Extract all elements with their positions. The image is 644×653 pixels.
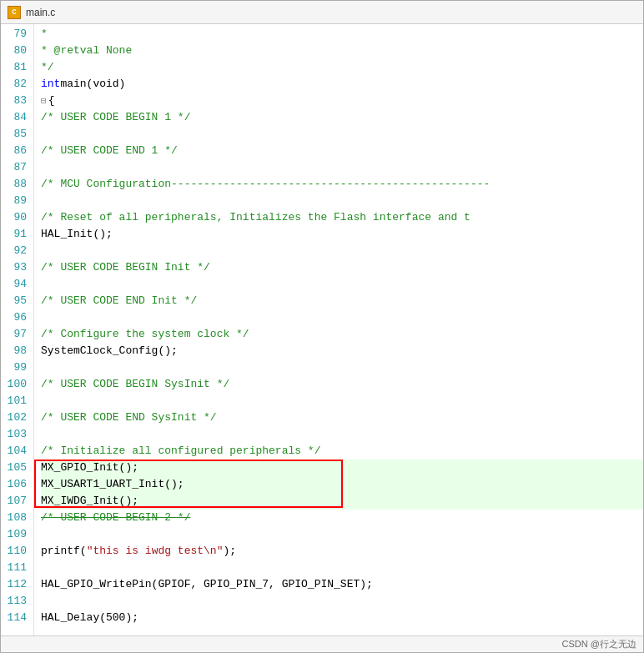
code-line — [41, 359, 643, 376]
code-line: /* USER CODE BEGIN 2 */ — [41, 510, 643, 526]
line-number: 110 — [4, 543, 27, 560]
line-number: 91 — [4, 226, 27, 243]
line-number: 85 — [4, 126, 27, 143]
code-line: ⊟{ — [41, 93, 643, 109]
line-number: 107 — [4, 493, 27, 510]
line-number: 80 — [4, 43, 27, 59]
code-line — [41, 159, 643, 176]
code-line: MX_IWDG_Init(); — [41, 493, 643, 510]
code-line: /* USER CODE END 1 */ — [41, 143, 643, 159]
line-number: 93 — [4, 259, 27, 276]
editor-area[interactable]: 7980818283848586878889909192939495969798… — [1, 24, 643, 635]
line-number: 111 — [4, 560, 27, 576]
line-number: 87 — [4, 159, 27, 176]
code-line: MX_GPIO_Init(); — [41, 460, 643, 476]
code-line: /* Configure the system clock */ — [41, 326, 643, 343]
line-number: 103 — [4, 426, 27, 443]
line-number: 79 — [4, 26, 27, 43]
line-number: 92 — [4, 243, 27, 259]
code-line: int main(void) — [41, 76, 643, 93]
line-number: 113 — [4, 593, 27, 610]
line-number: 84 — [4, 109, 27, 126]
line-number: 114 — [4, 610, 27, 626]
title-bar: C main.c — [1, 1, 643, 24]
footer-text: CSDN @行之无边 — [562, 638, 636, 650]
code-content: * * @retval None */int main(void)⊟{ /* U… — [34, 24, 643, 626]
code-line: SystemClock_Config(); — [41, 343, 643, 359]
code-line — [41, 243, 643, 259]
code-line: /* USER CODE BEGIN 1 */ — [41, 109, 643, 126]
code-line — [41, 309, 643, 326]
line-number: 81 — [4, 59, 27, 76]
code-line: /* USER CODE END Init */ — [41, 293, 643, 309]
line-number: 101 — [4, 393, 27, 409]
code-line: */ — [41, 59, 643, 76]
line-number: 96 — [4, 309, 27, 326]
code-line: HAL_GPIO_WritePin(GPIOF, GPIO_PIN_7, GPI… — [41, 576, 643, 593]
code-line: MX_USART1_UART_Init(); — [41, 476, 643, 493]
line-number: 104 — [4, 443, 27, 460]
title-text: main.c — [26, 7, 55, 18]
code-line: * — [41, 26, 643, 43]
code-line — [41, 426, 643, 443]
code-line: * @retval None — [41, 43, 643, 59]
code-line — [41, 193, 643, 209]
line-number: 95 — [4, 293, 27, 309]
code-line — [41, 560, 643, 576]
code-line: printf("this is iwdg test\n"); — [41, 543, 643, 560]
line-number: 99 — [4, 359, 27, 376]
line-number: 100 — [4, 376, 27, 393]
line-number: 108 — [4, 510, 27, 526]
code-line: HAL_Delay(500); — [41, 610, 643, 626]
code-line: /* Reset of all peripherals, Initializes… — [41, 209, 643, 226]
code-line: /* Initialize all configured peripherals… — [41, 443, 643, 460]
line-number: 106 — [4, 476, 27, 493]
line-number: 112 — [4, 576, 27, 593]
line-number: 109 — [4, 526, 27, 543]
code-line — [41, 393, 643, 409]
line-number: 89 — [4, 193, 27, 209]
line-number: 97 — [4, 326, 27, 343]
code-line — [41, 593, 643, 610]
line-number: 102 — [4, 409, 27, 426]
line-number: 86 — [4, 143, 27, 159]
file-icon: C — [8, 6, 21, 19]
main-window: C main.c 7980818283848586878889909192939… — [0, 0, 644, 653]
code-line: /* MCU Configuration--------------------… — [41, 176, 643, 193]
line-number: 98 — [4, 343, 27, 359]
line-number: 90 — [4, 209, 27, 226]
footer-bar: CSDN @行之无边 — [1, 635, 643, 652]
line-number: 88 — [4, 176, 27, 193]
line-number: 82 — [4, 76, 27, 93]
line-number: 94 — [4, 276, 27, 293]
line-numbers: 7980818283848586878889909192939495969798… — [1, 24, 34, 635]
code-line: /* USER CODE BEGIN Init */ — [41, 259, 643, 276]
line-number: 105 — [4, 460, 27, 476]
code-line — [41, 126, 643, 143]
editor-container: 7980818283848586878889909192939495969798… — [1, 24, 643, 635]
code-line: HAL_Init(); — [41, 226, 643, 243]
code-line — [41, 526, 643, 543]
code-line: /* USER CODE END SysInit */ — [41, 409, 643, 426]
line-number: 83 — [4, 93, 27, 109]
code-line — [41, 276, 643, 293]
code-line: /* USER CODE BEGIN SysInit */ — [41, 376, 643, 393]
